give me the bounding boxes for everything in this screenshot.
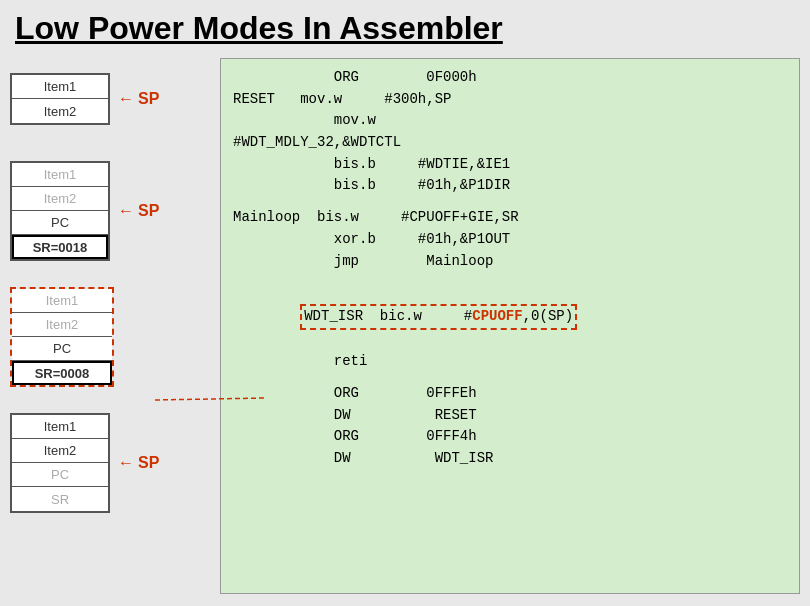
code-line-6: bis.b #01h,&P1DIR bbox=[233, 175, 787, 197]
code-line-4: #WDT_MDLY_32,&WDTCTL bbox=[233, 132, 787, 154]
stack-2-cell-sr: SR=0018 bbox=[12, 235, 108, 259]
code-line-reti: reti bbox=[233, 351, 787, 373]
stack-2-sp: ← SP bbox=[118, 202, 159, 220]
stack-4: Item1 Item2 PC SR bbox=[10, 413, 110, 513]
highlight-box: WDT_ISR bic.w #CPUOFF,0(SP) bbox=[300, 304, 577, 330]
code-line-9: jmp Mainloop bbox=[233, 251, 787, 273]
stack-1-sp: ← SP bbox=[118, 90, 159, 108]
stack-2-wrapper: Item1 Item2 PC SR=0018 bbox=[10, 161, 110, 261]
code-line-2: RESET mov.w #300h,SP bbox=[233, 89, 787, 111]
stack-3-cell-pc: PC bbox=[12, 337, 112, 361]
left-panel: Item1 Item2 ← SP Item1 Item2 PC SR=0018 bbox=[10, 58, 210, 594]
code-line-8: xor.b #01h,&P1OUT bbox=[233, 229, 787, 251]
code-line-highlight: WDT_ISR bic.w #CPUOFF,0(SP) bbox=[233, 282, 787, 351]
stack-3-cell-sr: SR=0008 bbox=[12, 361, 112, 385]
code-panel: ORG 0F000h RESET mov.w #300h,SP mov.w #W… bbox=[220, 58, 800, 594]
code-line-empty-3 bbox=[233, 373, 787, 383]
stack-group-4: Item1 Item2 PC SR ← SP bbox=[10, 413, 210, 513]
stack-3-cell-1: Item1 bbox=[12, 289, 112, 313]
stack-2-cell-1: Item1 bbox=[12, 163, 108, 187]
arrow-icon-2: ← bbox=[118, 202, 134, 220]
code-line-empty-1 bbox=[233, 197, 787, 207]
stack-1-cell-1: Item1 bbox=[12, 75, 108, 99]
stack-group-3: Item1 Item2 PC SR=0008 bbox=[10, 287, 210, 387]
stack-4-cell-sr: SR bbox=[12, 487, 108, 511]
code-line-5: bis.b #WDTIE,&IE1 bbox=[233, 154, 787, 176]
code-line-org2: ORG 0FFFEh bbox=[233, 383, 787, 405]
stack-1: Item1 Item2 bbox=[10, 73, 110, 125]
arrow-icon-1: ← bbox=[118, 90, 134, 108]
stack-group-2: Item1 Item2 PC SR=0018 ← SP bbox=[10, 161, 210, 261]
code-line-empty-2 bbox=[233, 272, 787, 282]
main-content: Item1 Item2 ← SP Item1 Item2 PC SR=0018 bbox=[0, 53, 810, 599]
code-line-3: mov.w bbox=[233, 110, 787, 132]
stack-4-cell-1: Item1 bbox=[12, 415, 108, 439]
sp-text-1: SP bbox=[138, 90, 159, 108]
stack-1-cell-2: Item2 bbox=[12, 99, 108, 123]
code-line-org3: ORG 0FFF4h bbox=[233, 426, 787, 448]
code-line-dw1: DW RESET bbox=[233, 405, 787, 427]
cpuoff-text: CPUOFF bbox=[472, 308, 522, 324]
stack-2: Item1 Item2 PC SR=0018 bbox=[10, 161, 110, 261]
arrow-icon-4: ← bbox=[118, 454, 134, 472]
code-line-dw2: DW WDT_ISR bbox=[233, 448, 787, 470]
stack-4-cell-pc: PC bbox=[12, 463, 108, 487]
stack-3: Item1 Item2 PC SR=0008 bbox=[12, 289, 112, 385]
code-line-1: ORG 0F000h bbox=[233, 67, 787, 89]
sp-text-2: SP bbox=[138, 202, 159, 220]
stack-2-cell-3: PC bbox=[12, 211, 108, 235]
stack-group-1: Item1 Item2 ← SP bbox=[10, 73, 210, 125]
sp-text-4: SP bbox=[138, 454, 159, 472]
page: Low Power Modes In Assembler Item1 Item2… bbox=[0, 0, 810, 606]
code-line-7: Mainloop bis.w #CPUOFF+GIE,SR bbox=[233, 207, 787, 229]
stack-4-sp: ← SP bbox=[118, 454, 159, 472]
page-title: Low Power Modes In Assembler bbox=[0, 0, 810, 53]
stack-2-cell-2: Item2 bbox=[12, 187, 108, 211]
stack-4-cell-2: Item2 bbox=[12, 439, 108, 463]
stack-3-dashed: Item1 Item2 PC SR=0008 bbox=[10, 287, 114, 387]
stack-3-cell-2: Item2 bbox=[12, 313, 112, 337]
